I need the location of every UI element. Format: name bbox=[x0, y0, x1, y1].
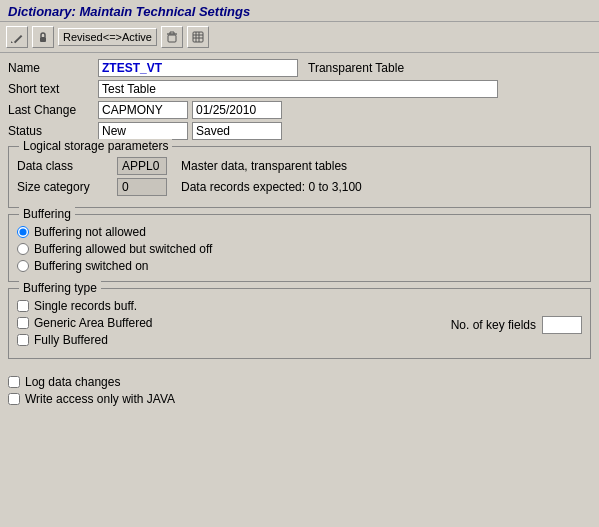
short-text-row: Short text bbox=[8, 80, 591, 98]
buffering-type-row: Single records buff. Generic Area Buffer… bbox=[17, 299, 582, 350]
data-class-desc: Master data, transparent tables bbox=[181, 159, 347, 173]
name-row: Name Transparent Table bbox=[8, 59, 591, 77]
revised-active-button[interactable]: Revised<=>Active bbox=[58, 28, 157, 46]
fully-buffered-checkbox[interactable] bbox=[17, 334, 29, 346]
edit-icon-btn[interactable] bbox=[6, 26, 28, 48]
size-category-value: 0 bbox=[117, 178, 167, 196]
logical-storage-inner: Data class APPL0 Master data, transparen… bbox=[17, 157, 582, 196]
single-records-item[interactable]: Single records buff. bbox=[17, 299, 431, 313]
single-records-checkbox[interactable] bbox=[17, 300, 29, 312]
fully-buffered-item[interactable]: Fully Buffered bbox=[17, 333, 431, 347]
name-input[interactable] bbox=[98, 59, 298, 77]
bottom-section: Log data changes Write access only with … bbox=[0, 371, 599, 413]
table-type-label: Transparent Table bbox=[308, 61, 404, 75]
buffering-option-1-label: Buffering not allowed bbox=[34, 225, 146, 239]
short-text-input[interactable] bbox=[98, 80, 498, 98]
pencil-icon bbox=[10, 30, 24, 44]
size-category-label: Size category bbox=[17, 180, 117, 194]
buffering-radio-3[interactable] bbox=[17, 260, 29, 272]
lock-icon bbox=[36, 30, 50, 44]
svg-rect-2 bbox=[40, 37, 46, 42]
generic-area-label: Generic Area Buffered bbox=[34, 316, 153, 330]
svg-rect-8 bbox=[193, 32, 203, 42]
buffering-option-1[interactable]: Buffering not allowed bbox=[17, 225, 582, 239]
write-access-checkbox[interactable] bbox=[8, 393, 20, 405]
buffering-radio-2[interactable] bbox=[17, 243, 29, 255]
data-class-value: APPL0 bbox=[117, 157, 167, 175]
write-access-label: Write access only with JAVA bbox=[25, 392, 175, 406]
page-title: Dictionary: Maintain Technical Settings bbox=[8, 4, 250, 19]
no-key-fields-label: No. of key fields bbox=[451, 318, 536, 332]
generic-area-item[interactable]: Generic Area Buffered bbox=[17, 316, 431, 330]
buffering-type-title: Buffering type bbox=[19, 281, 101, 295]
buffering-type-section: Buffering type Single records buff. Gene… bbox=[8, 288, 591, 359]
status-input[interactable] bbox=[98, 122, 188, 140]
last-change-label: Last Change bbox=[8, 103, 98, 117]
data-class-row: Data class APPL0 Master data, transparen… bbox=[17, 157, 582, 175]
last-change-date-input[interactable] bbox=[192, 101, 282, 119]
status-saved-input bbox=[192, 122, 282, 140]
status-label: Status bbox=[8, 124, 98, 138]
short-text-label: Short text bbox=[8, 82, 98, 96]
delete-icon-btn[interactable] bbox=[161, 26, 183, 48]
delete-icon bbox=[165, 30, 179, 44]
last-change-row: Last Change bbox=[8, 101, 591, 119]
display-icon-btn[interactable] bbox=[187, 26, 209, 48]
display-icon bbox=[191, 30, 205, 44]
no-key-fields-input[interactable] bbox=[542, 316, 582, 334]
status-row: Status bbox=[8, 122, 591, 140]
buffering-right: No. of key fields bbox=[451, 316, 582, 334]
name-label: Name bbox=[8, 61, 98, 75]
generic-area-checkbox[interactable] bbox=[17, 317, 29, 329]
write-access-item[interactable]: Write access only with JAVA bbox=[8, 392, 591, 406]
svg-rect-3 bbox=[168, 35, 176, 42]
buffering-left: Single records buff. Generic Area Buffer… bbox=[17, 299, 431, 350]
log-data-label: Log data changes bbox=[25, 375, 120, 389]
buffering-type-inner: Single records buff. Generic Area Buffer… bbox=[17, 299, 582, 350]
svg-rect-0 bbox=[14, 35, 22, 43]
logical-storage-title: Logical storage parameters bbox=[19, 139, 172, 153]
buffering-option-3-label: Buffering switched on bbox=[34, 259, 149, 273]
fully-buffered-label: Fully Buffered bbox=[34, 333, 108, 347]
single-records-label: Single records buff. bbox=[34, 299, 137, 313]
buffering-option-2[interactable]: Buffering allowed but switched off bbox=[17, 242, 582, 256]
log-data-item[interactable]: Log data changes bbox=[8, 375, 591, 389]
buffering-radio-1[interactable] bbox=[17, 226, 29, 238]
last-change-user-input[interactable] bbox=[98, 101, 188, 119]
logical-storage-section: Logical storage parameters Data class AP… bbox=[8, 146, 591, 208]
buffering-title: Buffering bbox=[19, 207, 75, 221]
svg-marker-1 bbox=[11, 41, 13, 43]
buffering-section: Buffering Buffering not allowed Bufferin… bbox=[8, 214, 591, 282]
log-data-checkbox[interactable] bbox=[8, 376, 20, 388]
buffering-option-3[interactable]: Buffering switched on bbox=[17, 259, 582, 273]
lock-icon-btn[interactable] bbox=[32, 26, 54, 48]
main-content: Name Transparent Table Short text Last C… bbox=[0, 53, 599, 371]
data-class-label: Data class bbox=[17, 159, 117, 173]
size-category-desc: Data records expected: 0 to 3,100 bbox=[181, 180, 362, 194]
title-bar: Dictionary: Maintain Technical Settings bbox=[0, 0, 599, 22]
toolbar: Revised<=>Active bbox=[0, 22, 599, 53]
size-category-row: Size category 0 Data records expected: 0… bbox=[17, 178, 582, 196]
buffering-option-2-label: Buffering allowed but switched off bbox=[34, 242, 212, 256]
buffering-options: Buffering not allowed Buffering allowed … bbox=[17, 225, 582, 273]
